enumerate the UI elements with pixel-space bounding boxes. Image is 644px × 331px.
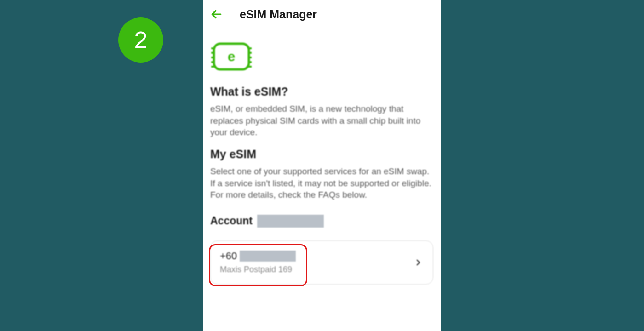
service-card[interactable]: +60 Maxis Postpaid 169 [210, 240, 433, 285]
phone-number-redacted [240, 251, 296, 262]
service-text: +60 Maxis Postpaid 169 [220, 250, 296, 274]
account-label: Account [210, 215, 253, 227]
step-badge: 2 [118, 17, 163, 63]
what-is-esim-body: eSIM, or embedded SIM, is a new technolo… [210, 103, 433, 138]
service-phone-line: +60 [220, 250, 296, 262]
phone-prefix: +60 [220, 250, 237, 262]
esim-icon: e [211, 42, 433, 73]
chevron-right-icon [414, 258, 423, 267]
step-number: 2 [134, 26, 148, 54]
my-esim-heading: My eSIM [210, 148, 433, 161]
service-plan-label: Maxis Postpaid 169 [220, 265, 296, 274]
page-content: e What is eSIM? eSIM, or embedded SIM, i… [203, 29, 441, 285]
back-arrow-icon[interactable] [210, 8, 222, 20]
account-number-redacted [257, 215, 324, 228]
my-esim-body: Select one of your supported services fo… [210, 166, 433, 201]
account-row: Account [210, 215, 433, 228]
esim-icon-letter: e [228, 49, 236, 64]
app-bar: eSIM Manager [203, 0, 441, 29]
what-is-esim-heading: What is eSIM? [210, 85, 433, 98]
page-title: eSIM Manager [240, 8, 317, 21]
phone-screen: eSIM Manager e Wha [203, 0, 441, 331]
